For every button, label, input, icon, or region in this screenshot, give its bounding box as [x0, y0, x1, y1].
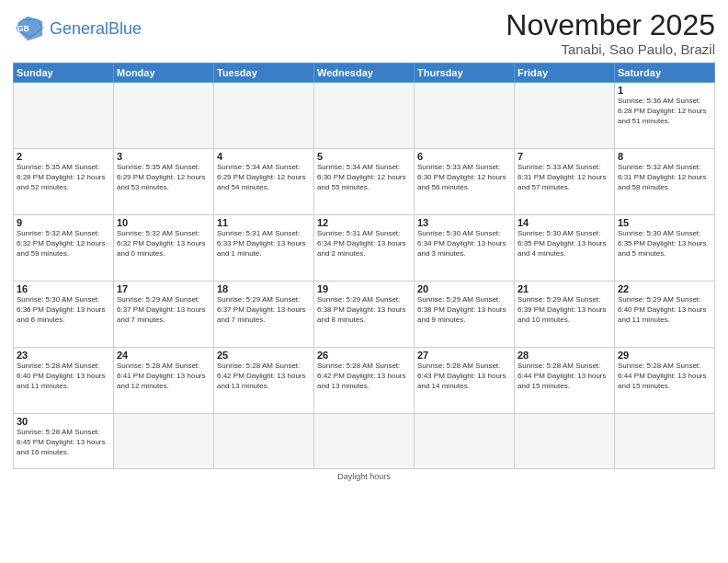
table-row	[415, 83, 515, 149]
week-row-3: 16Sunrise: 5:30 AM Sunset: 6:36 PM Dayli…	[14, 282, 715, 348]
header-friday: Friday	[515, 63, 615, 83]
day-number: 16	[17, 283, 110, 294]
day-info: Sunrise: 5:35 AM Sunset: 6:29 PM Dayligh…	[117, 163, 210, 192]
day-info: Sunrise: 5:28 AM Sunset: 6:45 PM Dayligh…	[17, 428, 110, 457]
table-row: 2Sunrise: 5:35 AM Sunset: 6:28 PM Daylig…	[14, 149, 114, 215]
table-row	[214, 414, 314, 469]
table-row	[515, 83, 615, 149]
day-info: Sunrise: 5:29 AM Sunset: 6:39 PM Dayligh…	[518, 295, 611, 325]
table-row: 12Sunrise: 5:31 AM Sunset: 6:34 PM Dayli…	[314, 215, 415, 282]
table-row: 15Sunrise: 5:30 AM Sunset: 6:35 PM Dayli…	[615, 215, 715, 282]
day-info: Sunrise: 5:34 AM Sunset: 6:30 PM Dayligh…	[317, 163, 411, 192]
day-number: 12	[317, 217, 411, 228]
day-info: Sunrise: 5:35 AM Sunset: 6:28 PM Dayligh…	[17, 163, 110, 192]
table-row: 11Sunrise: 5:31 AM Sunset: 6:33 PM Dayli…	[214, 215, 314, 282]
day-number: 4	[217, 151, 311, 162]
day-info: Sunrise: 5:32 AM Sunset: 6:32 PM Dayligh…	[17, 229, 110, 259]
day-number: 21	[518, 283, 611, 294]
header: GB GeneralBlue November 2025 Tanabi, Sao…	[13, 9, 715, 57]
day-number: 3	[117, 151, 210, 162]
calendar-table: Sunday Monday Tuesday Wednesday Thursday…	[13, 63, 715, 469]
table-row: 3Sunrise: 5:35 AM Sunset: 6:29 PM Daylig…	[114, 149, 214, 215]
day-info: Sunrise: 5:30 AM Sunset: 6:34 PM Dayligh…	[417, 229, 511, 259]
footer-daylight: Daylight hours	[13, 472, 715, 481]
table-row: 4Sunrise: 5:34 AM Sunset: 6:29 PM Daylig…	[214, 149, 314, 215]
header-saturday: Saturday	[615, 63, 715, 83]
header-sunday: Sunday	[14, 63, 114, 83]
day-info: Sunrise: 5:28 AM Sunset: 6:44 PM Dayligh…	[518, 362, 611, 391]
day-info: Sunrise: 5:30 AM Sunset: 6:35 PM Dayligh…	[618, 229, 711, 259]
table-row: 30Sunrise: 5:28 AM Sunset: 6:45 PM Dayli…	[14, 414, 114, 469]
table-row	[114, 83, 214, 149]
day-info: Sunrise: 5:28 AM Sunset: 6:43 PM Dayligh…	[417, 362, 511, 391]
table-row: 14Sunrise: 5:30 AM Sunset: 6:35 PM Dayli…	[515, 215, 615, 282]
month-title: November 2025	[506, 9, 715, 41]
day-info: Sunrise: 5:31 AM Sunset: 6:34 PM Dayligh…	[317, 229, 411, 259]
header-tuesday: Tuesday	[214, 63, 314, 83]
day-info: Sunrise: 5:28 AM Sunset: 6:42 PM Dayligh…	[317, 362, 411, 391]
day-info: Sunrise: 5:30 AM Sunset: 6:36 PM Dayligh…	[17, 295, 110, 325]
day-number: 22	[618, 283, 711, 294]
table-row: 20Sunrise: 5:29 AM Sunset: 6:38 PM Dayli…	[415, 282, 515, 348]
day-info: Sunrise: 5:29 AM Sunset: 6:38 PM Dayligh…	[317, 295, 411, 325]
day-info: Sunrise: 5:29 AM Sunset: 6:38 PM Dayligh…	[417, 295, 511, 325]
table-row	[615, 414, 715, 469]
day-info: Sunrise: 5:36 AM Sunset: 6:28 PM Dayligh…	[618, 97, 711, 126]
weekday-header-row: Sunday Monday Tuesday Wednesday Thursday…	[14, 63, 715, 83]
logo-general: General	[50, 19, 108, 38]
table-row: 9Sunrise: 5:32 AM Sunset: 6:32 PM Daylig…	[14, 215, 114, 282]
day-number: 14	[518, 217, 611, 228]
day-number: 19	[317, 283, 411, 294]
day-info: Sunrise: 5:28 AM Sunset: 6:41 PM Dayligh…	[117, 362, 210, 391]
day-info: Sunrise: 5:33 AM Sunset: 6:31 PM Dayligh…	[518, 163, 611, 192]
day-info: Sunrise: 5:30 AM Sunset: 6:35 PM Dayligh…	[518, 229, 611, 259]
table-row: 5Sunrise: 5:34 AM Sunset: 6:30 PM Daylig…	[314, 149, 415, 215]
day-info: Sunrise: 5:33 AM Sunset: 6:30 PM Dayligh…	[417, 163, 511, 192]
day-number: 6	[417, 151, 511, 162]
table-row	[314, 414, 415, 469]
table-row: 21Sunrise: 5:29 AM Sunset: 6:39 PM Dayli…	[515, 282, 615, 348]
day-number: 13	[417, 217, 511, 228]
day-info: Sunrise: 5:34 AM Sunset: 6:29 PM Dayligh…	[217, 163, 311, 192]
day-info: Sunrise: 5:28 AM Sunset: 6:42 PM Dayligh…	[217, 362, 311, 391]
week-row-1: 2Sunrise: 5:35 AM Sunset: 6:28 PM Daylig…	[14, 149, 715, 215]
table-row: 16Sunrise: 5:30 AM Sunset: 6:36 PM Dayli…	[14, 282, 114, 348]
day-info: Sunrise: 5:28 AM Sunset: 6:44 PM Dayligh…	[618, 362, 711, 391]
day-number: 27	[417, 350, 511, 361]
day-number: 10	[117, 217, 210, 228]
day-number: 8	[618, 151, 711, 162]
day-number: 30	[17, 416, 110, 427]
day-info: Sunrise: 5:29 AM Sunset: 6:37 PM Dayligh…	[217, 295, 311, 325]
day-info: Sunrise: 5:29 AM Sunset: 6:37 PM Dayligh…	[117, 295, 210, 325]
table-row	[415, 414, 515, 469]
day-number: 20	[417, 283, 511, 294]
table-row	[214, 83, 314, 149]
day-number: 1	[618, 85, 711, 96]
table-row: 7Sunrise: 5:33 AM Sunset: 6:31 PM Daylig…	[515, 149, 615, 215]
day-info: Sunrise: 5:29 AM Sunset: 6:40 PM Dayligh…	[618, 295, 711, 325]
logo-text: GeneralBlue	[50, 20, 142, 37]
table-row: 22Sunrise: 5:29 AM Sunset: 6:40 PM Dayli…	[615, 282, 715, 348]
table-row: 19Sunrise: 5:29 AM Sunset: 6:38 PM Dayli…	[314, 282, 415, 348]
table-row: 17Sunrise: 5:29 AM Sunset: 6:37 PM Dayli…	[114, 282, 214, 348]
table-row: 8Sunrise: 5:32 AM Sunset: 6:31 PM Daylig…	[615, 149, 715, 215]
header-thursday: Thursday	[415, 63, 515, 83]
day-number: 5	[317, 151, 411, 162]
table-row: 26Sunrise: 5:28 AM Sunset: 6:42 PM Dayli…	[314, 348, 415, 414]
table-row	[515, 414, 615, 469]
day-number: 23	[17, 350, 110, 361]
day-info: Sunrise: 5:32 AM Sunset: 6:31 PM Dayligh…	[618, 163, 711, 192]
day-number: 25	[217, 350, 311, 361]
logo-blue: Blue	[108, 19, 142, 38]
day-info: Sunrise: 5:32 AM Sunset: 6:32 PM Dayligh…	[117, 229, 210, 259]
header-monday: Monday	[114, 63, 214, 83]
location-title: Tanabi, Sao Paulo, Brazil	[506, 41, 715, 57]
table-row: 24Sunrise: 5:28 AM Sunset: 6:41 PM Dayli…	[114, 348, 214, 414]
week-row-0: 1Sunrise: 5:36 AM Sunset: 6:28 PM Daylig…	[14, 83, 715, 149]
table-row: 13Sunrise: 5:30 AM Sunset: 6:34 PM Dayli…	[415, 215, 515, 282]
generalblue-logo-icon: GB	[13, 15, 46, 42]
table-row	[114, 414, 214, 469]
table-row: 25Sunrise: 5:28 AM Sunset: 6:42 PM Dayli…	[214, 348, 314, 414]
day-info: Sunrise: 5:28 AM Sunset: 6:40 PM Dayligh…	[17, 362, 110, 391]
day-number: 18	[217, 283, 311, 294]
